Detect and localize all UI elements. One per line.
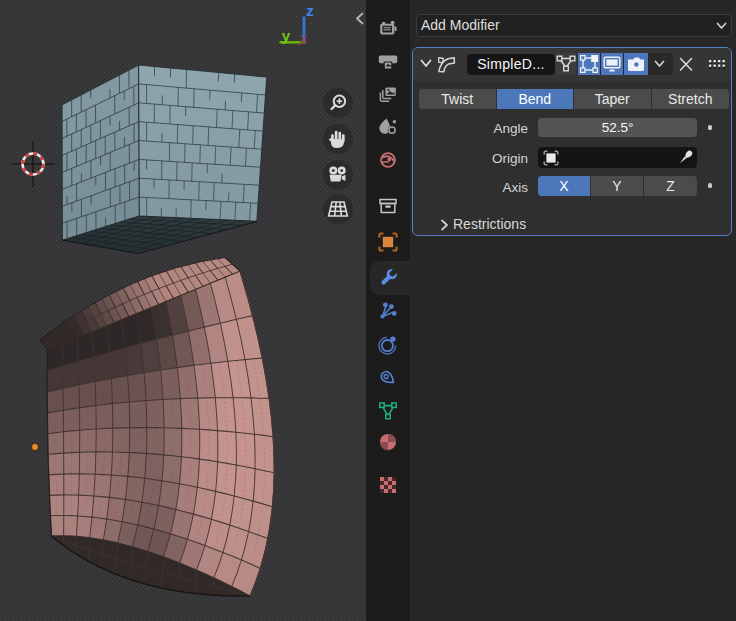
svg-text:z: z [306, 2, 314, 19]
svg-text:x: x [300, 30, 308, 46]
svg-text:y: y [282, 27, 291, 44]
